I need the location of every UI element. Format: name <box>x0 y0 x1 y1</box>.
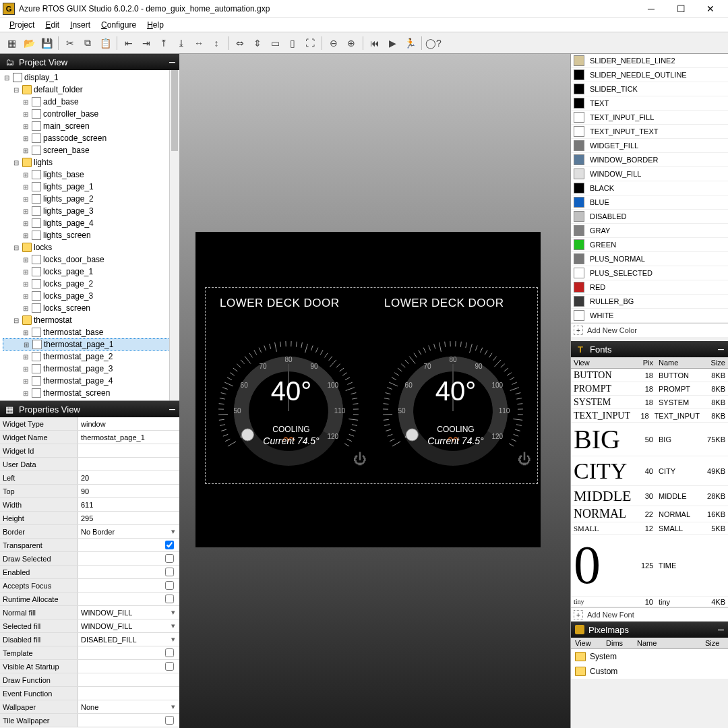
tree-item-controller_base[interactable]: ⊞controller_base <box>3 108 177 120</box>
font-row-SYSTEM[interactable]: SYSTEM18SYSTEM8KB <box>571 396 728 409</box>
expand-icon[interactable]: ⊞ <box>22 293 30 300</box>
font-row-CITY[interactable]: CITY40CITY49KB <box>571 456 728 486</box>
macro-run-icon[interactable]: 🏃 <box>401 34 419 52</box>
menu-help[interactable]: Help <box>142 19 169 31</box>
color-RED[interactable]: RED <box>571 280 728 295</box>
prop-value[interactable] <box>78 539 179 551</box>
thermostat-gauge-1[interactable]: LOWER DECK DOOR40506070809010011012040°C… <box>209 297 373 476</box>
tree-item-default_folder[interactable]: ⊟default_folder <box>3 84 177 96</box>
tree-item-lights[interactable]: ⊟lights <box>3 156 177 169</box>
prop-value[interactable] <box>78 593 179 605</box>
prop-value[interactable]: 295 <box>78 512 179 524</box>
tree-item-lights_base[interactable]: ⊞lights_base <box>3 169 177 181</box>
tree-item-main_screen[interactable]: ⊞main_screen <box>3 120 177 132</box>
color-SLIDER_TICK[interactable]: SLIDER_TICK <box>571 82 728 96</box>
project-tree[interactable]: ⊟display_1⊟default_folder⊞add_base⊞contr… <box>0 70 179 400</box>
macro-record-icon[interactable]: ⏮ <box>366 34 384 52</box>
tree-item-thermostat[interactable]: ⊟thermostat <box>3 314 177 326</box>
maximize-button[interactable]: ☐ <box>666 0 696 18</box>
align-right-icon[interactable]: ⇥ <box>138 34 155 52</box>
font-row-BUTTON[interactable]: BUTTON18BUTTON8KB <box>571 369 728 382</box>
expand-icon[interactable]: ⊞ <box>22 183 30 191</box>
open-icon[interactable]: 📂 <box>20 34 38 52</box>
hspace-icon[interactable]: ↔ <box>190 34 208 52</box>
font-row-BIG[interactable]: BIG50BIG75KB <box>571 423 728 456</box>
tree-item-thermostat_base[interactable]: ⊞thermostat_base <box>3 326 177 338</box>
pixelmap-folder-system[interactable]: System <box>571 649 728 664</box>
equal-height-icon[interactable]: ⇕ <box>249 34 266 52</box>
color-WIDGET_FILL[interactable]: WIDGET_FILL <box>571 139 728 153</box>
tree-item-screen_base[interactable]: ⊞screen_base <box>3 144 177 156</box>
expand-icon[interactable]: ⊞ <box>22 341 30 348</box>
color-BLACK[interactable]: BLACK <box>571 181 728 195</box>
tree-item-locks_screen[interactable]: ⊞locks_screen <box>3 302 177 314</box>
tree-item-lights_page_4[interactable]: ⊞lights_page_4 <box>3 217 177 229</box>
design-canvas-area[interactable]: LOWER DECK DOOR40506070809010011012040°C… <box>179 54 570 728</box>
color-TEXT_INPUT_TEXT[interactable]: TEXT_INPUT_TEXT <box>571 125 728 139</box>
save-icon[interactable]: 💾 <box>38 34 55 52</box>
design-canvas[interactable]: LOWER DECK DOOR40506070809010011012040°C… <box>195 232 541 547</box>
expand-icon[interactable]: ⊞ <box>22 220 30 227</box>
expand-icon[interactable]: ⊞ <box>22 135 30 142</box>
prop-value[interactable]: 611 <box>78 498 179 511</box>
expand-icon[interactable]: ⊞ <box>22 111 30 118</box>
collapse-panel-button[interactable]: – <box>718 624 724 636</box>
expand-icon[interactable]: ⊞ <box>22 171 30 179</box>
tree-item-locks_page_3[interactable]: ⊞locks_page_3 <box>3 290 177 302</box>
power-icon[interactable]: ⏻ <box>518 452 531 467</box>
font-row-TEXT_INPUT[interactable]: TEXT_INPUT18TEXT_INPUT8KB <box>571 409 728 423</box>
color-DISABLED[interactable]: DISABLED <box>571 210 728 224</box>
expand-icon[interactable]: ⊟ <box>12 244 20 251</box>
expand-icon[interactable]: ⊞ <box>22 329 30 336</box>
align-top-icon[interactable]: ⤒ <box>155 34 173 52</box>
close-button[interactable]: ✕ <box>696 0 725 18</box>
prop-value[interactable]: WINDOW_FILL <box>78 606 179 619</box>
expand-icon[interactable]: ⊞ <box>22 390 30 397</box>
add-color-button[interactable]: +Add New Color <box>571 323 728 337</box>
minimize-button[interactable]: ─ <box>636 0 666 18</box>
prop-value[interactable] <box>78 579 179 592</box>
collapse-panel-button[interactable]: – <box>718 343 724 355</box>
prop-value[interactable] <box>78 552 179 565</box>
prop-value[interactable] <box>78 687 179 700</box>
font-row-tiny[interactable]: tiny10tiny4KB <box>571 597 728 607</box>
color-WINDOW_BORDER[interactable]: WINDOW_BORDER <box>571 153 728 167</box>
cut-icon[interactable]: ✂ <box>61 34 79 52</box>
tree-item-thermostat_page_1[interactable]: ⊞thermostat_page_1 <box>3 338 177 351</box>
expand-icon[interactable]: ⊞ <box>22 365 30 373</box>
tree-item-lights_page_2[interactable]: ⊞lights_page_2 <box>3 193 177 205</box>
prop-value[interactable]: 90 <box>78 485 179 497</box>
prop-value[interactable] <box>78 660 179 673</box>
prop-value[interactable] <box>78 646 179 659</box>
tree-item-locks_door_base[interactable]: ⊞locks_door_base <box>3 253 177 266</box>
color-BLUE[interactable]: BLUE <box>571 195 728 210</box>
colors-list[interactable]: SLIDER_NEEDLE_LINE2SLIDER_NEEDLE_OUTLINE… <box>571 54 728 341</box>
color-RULLER_BG[interactable]: RULLER_BG <box>571 295 728 309</box>
front-icon[interactable]: ▭ <box>266 34 284 52</box>
align-bottom-icon[interactable]: ⤓ <box>173 34 190 52</box>
expand-icon[interactable]: ⊞ <box>22 353 30 361</box>
macro-play-icon[interactable]: ▶ <box>384 34 401 52</box>
menu-configure[interactable]: Configure <box>96 19 142 31</box>
tree-item-locks[interactable]: ⊟locks <box>3 241 177 253</box>
tree-item-display_1[interactable]: ⊟display_1 <box>3 71 177 84</box>
expand-icon[interactable]: ⊞ <box>22 232 30 239</box>
add-font-button[interactable]: +Add New Font <box>571 607 728 621</box>
size-icon[interactable]: ⛶ <box>301 34 319 52</box>
color-TEXT[interactable]: TEXT <box>571 96 728 111</box>
expand-icon[interactable]: ⊟ <box>12 317 20 324</box>
thermostat-gauge-2[interactable]: LOWER DECK DOOR40506070809010011012040°C… <box>373 297 538 476</box>
tree-scrollbar[interactable] <box>169 70 179 400</box>
prop-value[interactable] <box>78 566 179 578</box>
tree-item-thermostat_page_2[interactable]: ⊞thermostat_page_2 <box>3 351 177 363</box>
prop-value[interactable] <box>78 444 179 457</box>
properties-grid[interactable]: Widget TypewindowWidget Namethermostat_p… <box>0 417 179 728</box>
vspace-icon[interactable]: ↕ <box>208 34 225 52</box>
prop-value[interactable]: thermostat_page_1 <box>78 431 179 444</box>
prop-value[interactable]: window <box>78 417 179 430</box>
prop-value[interactable] <box>78 714 179 727</box>
prop-value[interactable]: None <box>78 700 179 713</box>
color-TEXT_INPUT_FILL[interactable]: TEXT_INPUT_FILL <box>571 111 728 125</box>
color-SLIDER_NEEDLE_OUTLINE[interactable]: SLIDER_NEEDLE_OUTLINE <box>571 68 728 82</box>
font-row-TIME[interactable]: 0125TIME <box>571 535 728 597</box>
